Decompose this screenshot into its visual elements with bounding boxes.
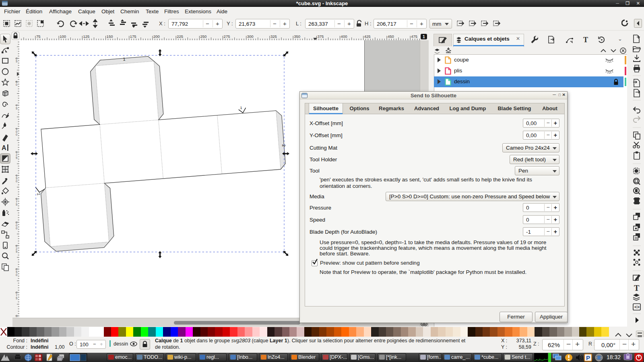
svg-text:200: 200: [153, 34, 160, 39]
svg-text:300: 300: [247, 34, 254, 39]
svg-text:375: 375: [317, 34, 324, 39]
svg-text:125: 125: [83, 34, 89, 39]
svg-text:450: 450: [388, 34, 394, 39]
svg-text:2: 2: [36, 193, 41, 196]
svg-text:200: 200: [16, 221, 17, 230]
svg-text:225: 225: [16, 244, 17, 253]
svg-text:100: 100: [60, 34, 66, 39]
svg-text:150: 150: [107, 34, 113, 39]
svg-text:150: 150: [16, 174, 17, 183]
svg-text:475: 475: [411, 34, 417, 39]
svg-text:300: 300: [16, 314, 17, 318]
svg-text:175: 175: [16, 197, 17, 206]
svg-text:75: 75: [16, 104, 17, 110]
svg-text:75: 75: [36, 34, 41, 39]
svg-text:1: 1: [240, 106, 242, 110]
svg-text:<>: <>: [634, 304, 640, 309]
svg-text:250: 250: [200, 34, 206, 39]
svg-text:275: 275: [224, 34, 230, 39]
svg-text:T: T: [634, 284, 640, 292]
svg-text:325: 325: [270, 34, 277, 39]
svg-text:400: 400: [341, 34, 347, 39]
svg-text:350: 350: [294, 34, 300, 39]
svg-text:100: 100: [16, 127, 17, 136]
svg-text:25: 25: [16, 57, 17, 63]
svg-text:125: 125: [16, 150, 17, 160]
svg-text:50: 50: [16, 80, 17, 86]
svg-text:175: 175: [130, 34, 136, 39]
svg-text:250: 250: [16, 267, 17, 277]
svg-text:1: 1: [423, 34, 425, 39]
svg-text:A: A: [2, 144, 6, 151]
svg-text:T: T: [583, 36, 588, 44]
svg-text:2: 2: [281, 144, 286, 147]
svg-text:225: 225: [177, 34, 183, 39]
svg-text:425: 425: [364, 34, 371, 39]
svg-text:P: P: [586, 354, 590, 361]
svg-text:275: 275: [16, 291, 17, 300]
svg-text:1: 1: [123, 57, 126, 62]
